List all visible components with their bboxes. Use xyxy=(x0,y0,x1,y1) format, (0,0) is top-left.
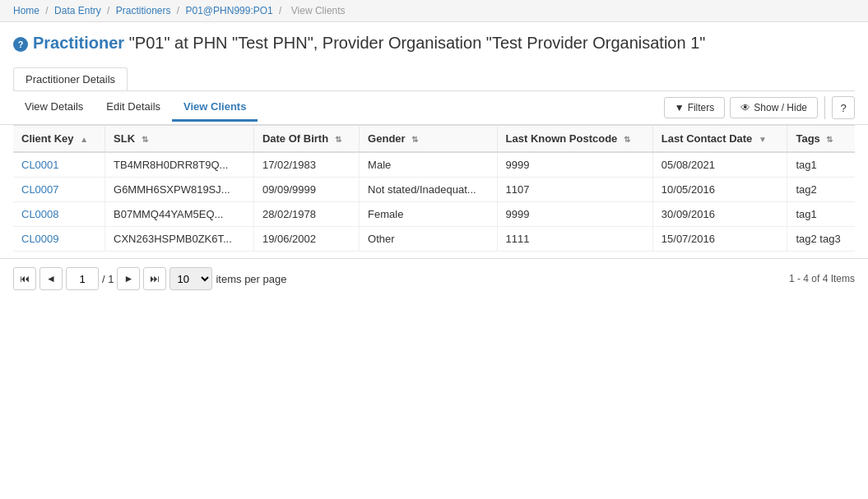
cell-dob: 09/09/9999 xyxy=(253,178,359,202)
cell-last-contact: 30/09/2016 xyxy=(652,202,787,227)
cell-client-key: CL0009 xyxy=(13,227,105,252)
last-page-button[interactable]: ⏭ xyxy=(143,267,166,290)
breadcrumb: Home / Data Entry / Practitioners / P01@… xyxy=(0,0,868,22)
prev-page-button[interactable]: ◄ xyxy=(39,267,63,290)
cell-last-contact: 05/08/2021 xyxy=(652,152,787,178)
breadcrumb-home[interactable]: Home xyxy=(13,5,39,16)
items-per-page-label: items per page xyxy=(216,273,286,285)
col-postcode[interactable]: Last Known Postcode ⇅ xyxy=(497,126,652,153)
col-last-contact-label: Last Contact Date xyxy=(661,132,753,145)
practitioner-details-tab[interactable]: Practitioner Details xyxy=(13,67,128,90)
cell-gender: Male xyxy=(360,152,497,178)
col-dob-sort: ⇅ xyxy=(335,135,341,144)
cell-gender: Not stated/Inadequat... xyxy=(360,178,497,202)
cell-slk: TB4MR8H0DRR8T9Q... xyxy=(105,152,254,178)
table-row: CL0008 B07MMQ44YAM5EQ... 28/02/1978 Fema… xyxy=(13,202,855,227)
show-hide-button[interactable]: 👁 Show / Hide xyxy=(730,97,818,118)
page-title: ?Practitioner "P01" at PHN "Test PHN", P… xyxy=(13,34,855,53)
title-help-icon[interactable]: ? xyxy=(13,37,28,52)
show-hide-label: Show / Hide xyxy=(754,102,807,113)
tab-view-details[interactable]: View Details xyxy=(13,94,95,122)
cell-client-key: CL0001 xyxy=(13,152,105,178)
cell-postcode: 1111 xyxy=(497,227,652,252)
col-postcode-sort: ⇅ xyxy=(624,135,630,144)
cell-last-contact: 15/07/2016 xyxy=(652,227,787,252)
client-key-link[interactable]: CL0007 xyxy=(21,183,59,196)
table-row: CL0009 CXN263HSPMB0ZK6T... 19/06/2002 Ot… xyxy=(13,227,855,252)
toolbar-divider xyxy=(824,96,825,119)
cell-client-key: CL0007 xyxy=(13,178,105,202)
tab-toolbar-row: View Details Edit Details View Clients ▼… xyxy=(0,91,868,125)
col-last-contact[interactable]: Last Contact Date ▼ xyxy=(652,126,787,153)
breadcrumb-data-entry[interactable]: Data Entry xyxy=(54,5,101,16)
cell-dob: 19/06/2002 xyxy=(253,227,359,252)
page-number-input[interactable] xyxy=(66,267,99,290)
per-page-select[interactable]: 10 25 50 100 xyxy=(169,267,212,290)
breadcrumb-current: View Clients xyxy=(291,5,346,16)
col-gender[interactable]: Gender ⇅ xyxy=(360,126,497,153)
pagination-summary: 1 - 4 of 4 Items xyxy=(789,273,855,284)
col-client-key-label: Client Key xyxy=(21,132,74,145)
col-gender-sort: ⇅ xyxy=(411,135,418,144)
table-row: CL0001 TB4MR8H0DRR8T9Q... 17/02/1983 Mal… xyxy=(13,152,855,178)
cell-gender: Female xyxy=(360,202,497,227)
col-client-key[interactable]: Client Key ▲ xyxy=(13,126,105,153)
page-separator: / 1 xyxy=(102,273,114,285)
cell-slk: G6MMH6SXPW819SJ... xyxy=(105,178,254,202)
col-slk-sort: ⇅ xyxy=(142,135,148,144)
col-tags-sort: ⇅ xyxy=(826,135,833,144)
client-key-link[interactable]: CL0008 xyxy=(21,208,59,220)
col-dob[interactable]: Date Of Birth ⇅ xyxy=(253,126,359,153)
pagination-bar: ⏮ ◄ / 1 ► ⏭ 10 25 50 100 items per page … xyxy=(0,258,868,298)
cell-postcode: 9999 xyxy=(497,152,652,178)
clients-table-wrapper: Client Key ▲ SLK ⇅ Date Of Birth ⇅ Gende… xyxy=(0,125,868,252)
col-dob-label: Date Of Birth xyxy=(262,132,328,145)
clients-table: Client Key ▲ SLK ⇅ Date Of Birth ⇅ Gende… xyxy=(13,125,855,252)
col-slk-label: SLK xyxy=(114,132,135,145)
client-key-link[interactable]: CL0001 xyxy=(21,159,59,171)
pagination-controls: ⏮ ◄ / 1 ► ⏭ 10 25 50 100 items per page xyxy=(13,267,286,290)
col-postcode-label: Last Known Postcode xyxy=(506,132,618,145)
practitioner-link[interactable]: Practitioner xyxy=(33,34,124,52)
tab-edit-details[interactable]: Edit Details xyxy=(95,94,172,122)
table-head: Client Key ▲ SLK ⇅ Date Of Birth ⇅ Gende… xyxy=(13,126,855,153)
filters-label: Filters xyxy=(688,102,715,113)
filter-icon: ▼ xyxy=(675,102,685,113)
cell-dob: 17/02/1983 xyxy=(253,152,359,178)
practitioner-tab-section: Practitioner Details xyxy=(0,61,868,90)
breadcrumb-practitioners[interactable]: Practitioners xyxy=(116,5,171,16)
help-button[interactable]: ? xyxy=(832,96,855,119)
col-tags[interactable]: Tags ⇅ xyxy=(787,126,855,153)
client-key-link[interactable]: CL0009 xyxy=(21,233,59,245)
cell-tags: tag2 xyxy=(787,178,855,202)
next-page-button[interactable]: ► xyxy=(117,267,140,290)
cell-client-key: CL0008 xyxy=(13,202,105,227)
cell-slk: B07MMQ44YAM5EQ... xyxy=(105,202,254,227)
col-slk[interactable]: SLK ⇅ xyxy=(105,126,254,153)
eye-icon: 👁 xyxy=(740,102,750,113)
col-tags-label: Tags xyxy=(796,132,819,145)
filters-button[interactable]: ▼ Filters xyxy=(664,97,726,118)
col-gender-label: Gender xyxy=(368,132,406,145)
first-page-button[interactable]: ⏮ xyxy=(13,267,36,290)
cell-last-contact: 10/05/2016 xyxy=(652,178,787,202)
table-row: CL0007 G6MMH6SXPW819SJ... 09/09/9999 Not… xyxy=(13,178,855,202)
tab-row: View Details Edit Details View Clients xyxy=(13,94,258,122)
cell-tags: tag1 xyxy=(787,152,855,178)
page-title-suffix: "P01" at PHN "Test PHN", Provider Organi… xyxy=(124,34,705,52)
cell-tags: tag2 tag3 xyxy=(787,227,855,252)
col-last-contact-sort: ▼ xyxy=(759,135,767,144)
cell-postcode: 1107 xyxy=(497,178,652,202)
cell-tags: tag1 xyxy=(787,202,855,227)
cell-slk: CXN263HSPMB0ZK6T... xyxy=(105,227,254,252)
cell-gender: Other xyxy=(360,227,497,252)
cell-postcode: 9999 xyxy=(497,202,652,227)
table-body: CL0001 TB4MR8H0DRR8T9Q... 17/02/1983 Mal… xyxy=(13,152,855,252)
breadcrumb-practitioner-id[interactable]: P01@PHN999:PO1 xyxy=(186,5,273,16)
tab-view-clients[interactable]: View Clients xyxy=(172,94,258,122)
page-header: ?Practitioner "P01" at PHN "Test PHN", P… xyxy=(0,22,868,61)
cell-dob: 28/02/1978 xyxy=(253,202,359,227)
toolbar: ▼ Filters 👁 Show / Hide ? xyxy=(664,91,855,124)
col-client-key-sort: ▲ xyxy=(80,135,88,144)
